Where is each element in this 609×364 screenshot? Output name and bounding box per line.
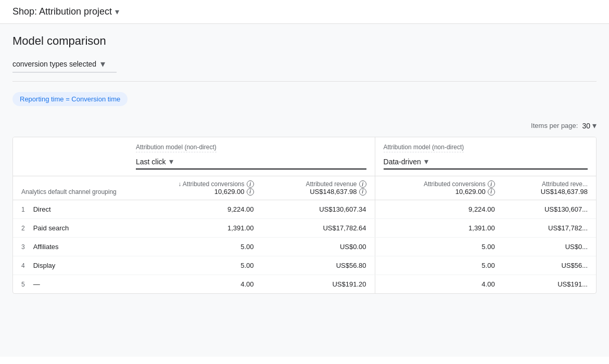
conv2-cell-1: 1,391.00 bbox=[375, 219, 503, 238]
rev1-metric-name: Attributed revenue i bbox=[271, 180, 366, 188]
rev2-cell-2: US$0... bbox=[503, 238, 596, 256]
conv2-metric-name: Attributed conversions i bbox=[384, 180, 495, 188]
table-row: 5 — 4.00 US$191.20 4.00 US$191... bbox=[13, 275, 596, 294]
model2-header-cell: Attribution model (non-direct) bbox=[375, 137, 596, 154]
rev1-cell-4: US$191.20 bbox=[262, 275, 375, 294]
row-number: 4 bbox=[21, 262, 29, 269]
conv2-col-header: Attributed conversions i 10,629.00 i bbox=[375, 176, 503, 200]
col-header-row: Analytics default channel grouping ↓ Att… bbox=[13, 176, 596, 200]
rev2-metric-name: Attributed reve... bbox=[512, 180, 588, 188]
conversion-dropdown-chevron-icon: ▾ bbox=[100, 58, 105, 70]
model2-header-label: Attribution model (non-direct) bbox=[384, 144, 464, 152]
rev2-cell-4: US$191... bbox=[503, 275, 596, 294]
rev1-name-text: Attributed revenue bbox=[306, 180, 357, 188]
rev1-cell-1: US$17,782.64 bbox=[262, 219, 375, 238]
conversion-type-dropdown[interactable]: conversion types selected ▾ bbox=[12, 58, 117, 73]
shop-chevron-icon: ▾ bbox=[115, 7, 119, 17]
model1-chevron-icon: ▾ bbox=[169, 157, 173, 166]
rev1-cell-2: US$0.00 bbox=[262, 238, 375, 256]
model1-dropdown[interactable]: Last click ▾ bbox=[136, 157, 366, 170]
row-number: 3 bbox=[21, 243, 29, 251]
rev1-metric-value: US$148,637.98 i bbox=[271, 188, 366, 196]
shop-title-text: Shop: Attribution project bbox=[12, 6, 112, 17]
conv2-metric-value: 10,629.00 i bbox=[384, 188, 495, 196]
table-row: 3 Affiliates 5.00 US$0.00 5.00 US$0... bbox=[13, 238, 596, 256]
conv1-cell-4: 4.00 bbox=[128, 275, 262, 294]
conv2-cell-3: 5.00 bbox=[375, 256, 503, 275]
channel-col-header: Analytics default channel grouping bbox=[13, 176, 128, 200]
conv1-value-info-icon[interactable]: i bbox=[247, 188, 254, 196]
conv1-cell-3: 5.00 bbox=[128, 256, 262, 275]
data-table: Attribution model (non-direct) Attributi… bbox=[12, 137, 597, 294]
channel-selector-empty bbox=[13, 154, 128, 176]
rev1-info-icon[interactable]: i bbox=[359, 180, 366, 188]
row-number: 1 bbox=[21, 206, 29, 213]
conv1-metric-value: 10,629.00 i bbox=[136, 188, 254, 196]
rev1-cell-0: US$130,607.34 bbox=[262, 200, 375, 219]
conv1-value-text: 10,629.00 bbox=[214, 188, 245, 196]
items-per-page-row: Items per page: 30 ▾ bbox=[12, 116, 597, 137]
channel-cell-2: 3 Affiliates bbox=[13, 238, 128, 256]
rev2-col-header: Attributed reve... US$148,637.98 bbox=[503, 176, 596, 200]
row-number: 5 bbox=[21, 281, 29, 288]
model1-header-label: Attribution model (non-direct) bbox=[136, 144, 217, 152]
rev2-metric-value: US$148,637.98 bbox=[512, 188, 588, 196]
conv2-name-text: Attributed conversions bbox=[424, 180, 486, 188]
conv2-cell-4: 4.00 bbox=[375, 275, 503, 294]
model1-selector-cell: Last click ▾ bbox=[128, 154, 375, 176]
channel-col-label: Analytics default channel grouping bbox=[21, 188, 117, 196]
conv2-value-info-icon[interactable]: i bbox=[488, 188, 495, 196]
rev1-value-info-icon[interactable]: i bbox=[359, 188, 366, 196]
time-chip[interactable]: Reporting time = Conversion time bbox=[12, 92, 128, 106]
table-row: 4 Display 5.00 US$56.80 5.00 US$56... bbox=[13, 256, 596, 275]
conv2-info-icon[interactable]: i bbox=[488, 180, 495, 188]
rev2-cell-1: US$17,782... bbox=[503, 219, 596, 238]
channel-name: Affiliates bbox=[33, 243, 59, 251]
top-bar: Shop: Attribution project ▾ bbox=[0, 0, 609, 24]
filter-bar: conversion types selected ▾ bbox=[12, 58, 597, 73]
conv2-value-text: 10,629.00 bbox=[455, 188, 486, 196]
channel-cell-4: 5 — bbox=[13, 275, 128, 294]
model2-selector-label: Data-driven bbox=[384, 158, 421, 166]
rev2-name-text: Attributed reve... bbox=[542, 180, 588, 188]
page-content: Model comparison conversion types select… bbox=[0, 24, 609, 357]
rev2-cell-0: US$130,607... bbox=[503, 200, 596, 219]
conv2-cell-2: 5.00 bbox=[375, 238, 503, 256]
items-per-page-label: Items per page: bbox=[531, 122, 578, 129]
rev2-cell-3: US$56... bbox=[503, 256, 596, 275]
channel-cell-0: 1 Direct bbox=[13, 200, 128, 219]
items-per-page-value: 30 bbox=[582, 122, 590, 130]
model2-selector-cell: Data-driven ▾ bbox=[375, 154, 596, 176]
shop-selector[interactable]: Shop: Attribution project ▾ bbox=[12, 6, 119, 17]
rev1-cell-3: US$56.80 bbox=[262, 256, 375, 275]
conv1-cell-2: 5.00 bbox=[128, 238, 262, 256]
conv2-cell-0: 9,224.00 bbox=[375, 200, 503, 219]
conv1-col-header: ↓ Attributed conversions i 10,629.00 i bbox=[128, 176, 262, 200]
model2-dropdown[interactable]: Data-driven ▾ bbox=[384, 157, 588, 170]
conv1-cell-0: 9,224.00 bbox=[128, 200, 262, 219]
table-row: 1 Direct 9,224.00 US$130,607.34 9,224.00… bbox=[13, 200, 596, 219]
rev1-value-text: US$148,637.98 bbox=[310, 188, 357, 196]
items-per-page-selector[interactable]: 30 ▾ bbox=[582, 121, 597, 131]
channel-cell-1: 2 Paid search bbox=[13, 219, 128, 238]
channel-name: Display bbox=[33, 262, 56, 269]
model-selector-row: Last click ▾ Data-driven ▾ bbox=[13, 154, 596, 176]
conv1-info-icon[interactable]: i bbox=[247, 180, 254, 188]
table-row: 2 Paid search 1,391.00 US$17,782.64 1,39… bbox=[13, 219, 596, 238]
conv1-cell-1: 1,391.00 bbox=[128, 219, 262, 238]
rev2-value-text: US$148,637.98 bbox=[541, 188, 588, 196]
model1-selector-label: Last click bbox=[136, 158, 166, 166]
channel-name: Paid search bbox=[33, 224, 69, 232]
rev1-col-header: Attributed revenue i US$148,637.98 i bbox=[262, 176, 375, 200]
model2-chevron-icon: ▾ bbox=[424, 157, 428, 166]
model-header-row: Attribution model (non-direct) Attributi… bbox=[13, 137, 596, 154]
time-chip-label: Reporting time = Conversion time bbox=[20, 95, 120, 103]
conversion-type-label: conversion types selected bbox=[12, 60, 96, 68]
conv1-name-text: ↓ Attributed conversions bbox=[178, 180, 244, 188]
row-number: 2 bbox=[21, 225, 29, 232]
model1-header-cell: Attribution model (non-direct) bbox=[128, 137, 375, 154]
channel-name: Direct bbox=[33, 205, 51, 213]
page-title: Model comparison bbox=[12, 34, 597, 48]
items-per-page-chevron-icon: ▾ bbox=[592, 121, 597, 131]
channel-name: — bbox=[33, 280, 40, 288]
